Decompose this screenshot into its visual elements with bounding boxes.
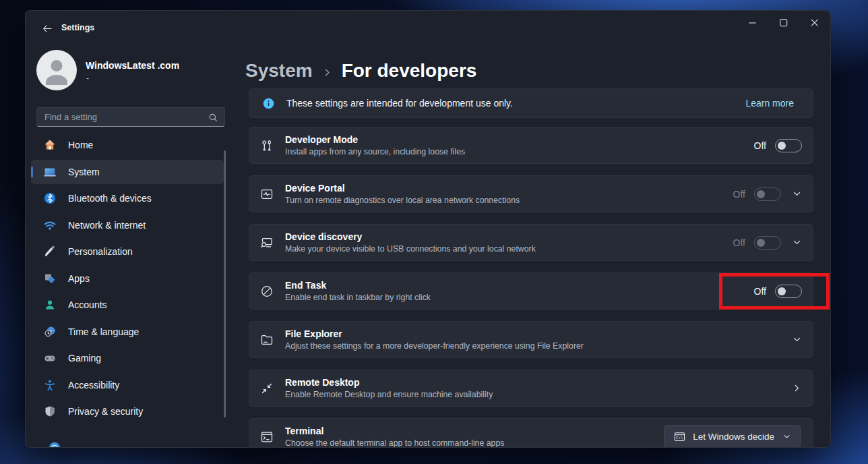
sidebar-item-gaming[interactable]: Gaming (31, 346, 224, 370)
sidebar-item-time-language[interactable]: Time & language (31, 320, 224, 344)
sidebar-item-home[interactable]: Home (31, 133, 224, 157)
sidebar-item-label: Accounts (68, 299, 107, 310)
setting-subtitle: Choose the default terminal app to host … (285, 438, 504, 448)
developer-mode-toggle[interactable] (775, 139, 802, 152)
system-icon (43, 165, 57, 179)
setting-subtitle: Install apps from any source, including … (285, 147, 465, 156)
end-task-icon (259, 284, 274, 299)
setting-title: Terminal (285, 426, 504, 436)
info-banner: These settings are intended for developm… (249, 88, 813, 118)
terminal-app-dropdown[interactable]: C:\Let Windows decide (664, 425, 801, 448)
device-portal-icon (259, 187, 274, 202)
setting-row-terminal: TerminalChoose the default terminal app … (249, 418, 813, 448)
network-icon (43, 219, 57, 232)
setting-subtitle: Turn on remote diagnostics over local ar… (285, 196, 520, 205)
window-controls (737, 12, 830, 33)
toggle-knob (757, 239, 765, 247)
page-title: For developers (342, 60, 477, 82)
remote-desktop-icon (259, 381, 274, 396)
device-portal-expand-chevron[interactable] (792, 189, 802, 199)
sidebar-item-bluetooth[interactable]: Bluetooth & devices (31, 186, 224, 210)
toggle-state-label: Off (733, 237, 745, 248)
sidebar-item-label: Home (68, 140, 93, 150)
sidebar-item-label: Privacy & security (68, 406, 143, 417)
setting-subtitle: Enable Remote Desktop and ensure machine… (285, 390, 493, 399)
sidebar-item-label: Network & internet (68, 220, 146, 231)
window-title: Settings (61, 23, 94, 32)
close-button[interactable] (799, 12, 830, 33)
sidebar-item-network[interactable]: Network & internet (31, 213, 224, 237)
sidebar-item-apps[interactable]: Apps (31, 266, 224, 291)
setting-row-file-explorer[interactable]: File ExplorerAdjust these settings for a… (249, 321, 813, 358)
user-name: WindowsLatest .com (86, 60, 179, 71)
minimize-icon (746, 16, 759, 29)
setting-subtitle: Enable end task in taskbar by right clic… (285, 293, 431, 302)
device-discovery-toggle (754, 236, 781, 250)
device-discovery-toggle-group: Off (733, 236, 781, 250)
breadcrumb-system[interactable]: System (245, 60, 313, 82)
file-explorer-expand-chevron[interactable] (792, 335, 802, 345)
developer-mode-icon (259, 138, 274, 153)
back-button[interactable] (36, 20, 59, 37)
setting-title: File Explorer (285, 328, 584, 339)
device-discovery-expand-chevron[interactable] (792, 237, 802, 248)
setting-row-end-task: End TaskEnable end task in taskbar by ri… (249, 272, 813, 310)
personalization-icon (43, 245, 57, 258)
setting-title: End Task (285, 280, 431, 291)
titlebar: Settings (26, 11, 830, 43)
setting-row-device-discovery[interactable]: Device discoveryMake your device visible… (249, 224, 813, 261)
sidebar-item-accounts[interactable]: Accounts (31, 293, 224, 317)
bluetooth-icon (43, 192, 57, 205)
setting-row-remote-desktop[interactable]: Remote DesktopEnable Remote Desktop and … (249, 370, 813, 407)
setting-row-developer-mode: Developer ModeInstall apps from any sour… (249, 127, 813, 164)
windows-update-icon (48, 441, 61, 448)
dropdown-value: Let Windows decide (693, 432, 774, 442)
end-task-toggle-group: Off (754, 285, 802, 298)
user-profile[interactable]: WindowsLatest .com - (36, 50, 179, 90)
main-pane: System For developers These settings are… (245, 43, 830, 447)
sidebar-item-system[interactable]: System (31, 160, 224, 184)
sidebar-item-label: Gaming (68, 353, 101, 364)
search-box (36, 107, 225, 127)
search-input[interactable] (37, 108, 224, 126)
file-explorer-icon (259, 332, 274, 347)
setting-subtitle: Make your device visible to USB connecti… (285, 244, 536, 254)
back-arrow-icon (42, 23, 53, 34)
maximize-icon (777, 16, 790, 29)
setting-subtitle: Adjust these settings for a more develop… (285, 341, 584, 351)
setting-title: Device discovery (285, 231, 536, 242)
chevron-down-icon (782, 432, 791, 441)
sidebar-scrollbar[interactable] (224, 150, 226, 417)
search-icon (208, 113, 218, 123)
terminal-icon (259, 430, 274, 444)
time-language-icon (43, 325, 57, 339)
sidebar-item-label: Time & language (68, 326, 139, 337)
setting-title: Device Portal (285, 183, 520, 194)
settings-list: Developer ModeInstall apps from any sour… (249, 127, 813, 448)
setting-row-device-portal[interactable]: Device PortalTurn on remote diagnostics … (249, 175, 813, 212)
sidebar-item-personalization[interactable]: Personalization (31, 239, 224, 264)
banner-text: These settings are intended for developm… (286, 98, 513, 109)
sidebar-item-accessibility[interactable]: Accessibility (31, 373, 224, 397)
toggle-knob (778, 287, 786, 295)
gaming-icon (43, 351, 57, 365)
device-portal-toggle-group: Off (733, 187, 781, 201)
remote-desktop-open-chevron[interactable] (792, 383, 802, 393)
device-discovery-icon (259, 235, 274, 250)
toggle-knob (778, 142, 786, 150)
learn-more-link[interactable]: Learn more (745, 98, 794, 109)
sidebar: WindowsLatest .com - HomeSystemBluetooth… (26, 43, 250, 447)
end-task-toggle[interactable] (775, 285, 802, 298)
sidebar-item-label: System (68, 167, 100, 177)
sidebar-item-privacy-security[interactable]: Privacy & security (31, 399, 224, 424)
toggle-state-label: Off (733, 189, 745, 200)
maximize-button[interactable] (768, 12, 799, 33)
accounts-icon (43, 298, 57, 312)
minimize-button[interactable] (737, 12, 768, 33)
device-portal-toggle (754, 187, 781, 201)
sidebar-item-label: Apps (68, 273, 90, 284)
toggle-knob (757, 190, 765, 198)
setting-title: Developer Mode (285, 134, 465, 145)
apps-icon (43, 272, 57, 285)
home-icon (43, 138, 57, 152)
